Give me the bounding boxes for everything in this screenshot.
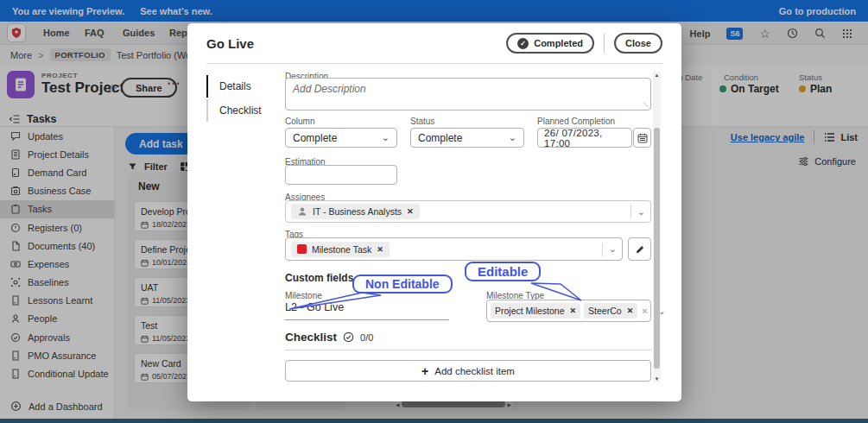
- assignees-field[interactable]: IT - Business Analysts ✕ ⌄: [285, 200, 651, 223]
- milestone-label: Milestone: [285, 291, 322, 300]
- editable-annotation: Editable: [465, 262, 541, 281]
- remove-chip-icon[interactable]: ✕: [570, 306, 577, 315]
- dialog-scrollbar[interactable]: ▲ ▼: [653, 72, 661, 382]
- chevron-down-icon[interactable]: ⌄: [637, 206, 645, 218]
- tag-chip[interactable]: Milestone Task ✕: [291, 242, 390, 257]
- milestone-type-chip[interactable]: SteerCo ✕: [584, 303, 637, 319]
- task-dialog: Go Live ✓ Completed Close Details Checkl…: [187, 23, 681, 401]
- remove-chip-icon[interactable]: ✕: [407, 207, 414, 216]
- scroll-up-icon[interactable]: ▲: [653, 73, 661, 78]
- completed-button[interactable]: ✓ Completed: [506, 33, 594, 54]
- edit-tags-button[interactable]: [628, 237, 651, 261]
- milestone-value: L2 - Go Live: [285, 301, 449, 320]
- calendar-icon: [637, 133, 648, 143]
- divider: [604, 34, 605, 53]
- description-textarea[interactable]: [285, 78, 651, 110]
- non-editable-annotation: Non Editable: [352, 275, 453, 294]
- planned-completion-label: Planned Completion: [537, 117, 615, 126]
- pencil-icon: [635, 244, 645, 255]
- divider: [602, 243, 603, 256]
- dialog-actions: ✓ Completed Close: [506, 33, 662, 54]
- status-field-label: Status: [410, 117, 434, 126]
- date-picker-button[interactable]: [633, 128, 651, 148]
- column-label: Column: [285, 117, 314, 126]
- chevron-down-icon: ⌄: [382, 132, 390, 143]
- tab-details[interactable]: Details: [206, 75, 282, 98]
- chevron-down-icon[interactable]: ⌄: [609, 243, 617, 255]
- tab-checklist[interactable]: Checklist: [206, 99, 282, 122]
- divider: [285, 350, 651, 350]
- tags-field[interactable]: Milestone Task ✕ ⌄: [285, 237, 623, 261]
- resize-handle-icon[interactable]: ⟋: [643, 101, 649, 110]
- milestone-type-field[interactable]: Project Milestone ✕ SteerCo ✕ ✕ ⌄: [486, 300, 651, 322]
- checklist-count: 0/0: [360, 332, 373, 343]
- column-select[interactable]: Complete⌄: [285, 128, 397, 148]
- dialog-scroll-thumb[interactable]: [654, 128, 660, 369]
- scroll-down-icon[interactable]: ▼: [653, 376, 661, 382]
- clear-all-icon[interactable]: ✕: [641, 306, 648, 316]
- estimation-input[interactable]: [285, 165, 397, 185]
- completed-check-icon: ✓: [517, 38, 529, 49]
- screen: You are viewing Preview. See what's new.…: [0, 0, 868, 423]
- checklist-check-circle-icon: [343, 331, 354, 343]
- divider: [630, 205, 631, 218]
- dialog-title: Go Live: [206, 36, 254, 51]
- close-button[interactable]: Close: [614, 33, 662, 54]
- milestone-type-chip[interactable]: Project Milestone ✕: [491, 303, 580, 319]
- dialog-header: Go Live ✓ Completed Close: [206, 23, 662, 64]
- assignee-chip[interactable]: IT - Business Analysts ✕: [291, 204, 420, 219]
- remove-chip-icon[interactable]: ✕: [377, 245, 383, 254]
- add-checklist-item-button[interactable]: + Add checklist item: [285, 360, 651, 382]
- chevron-down-icon: ⌄: [509, 132, 516, 143]
- remove-chip-icon[interactable]: ✕: [627, 306, 634, 315]
- custom-fields-heading: Custom fields: [285, 272, 353, 284]
- tag-color-swatch: [297, 244, 307, 254]
- status-select[interactable]: Complete⌄: [410, 128, 524, 148]
- person-icon: [297, 206, 307, 217]
- planned-completion-input[interactable]: 26/ 07/2023, 17:00: [537, 128, 632, 148]
- checklist-heading: Checklist 0/0: [285, 331, 373, 344]
- plus-icon: +: [421, 364, 428, 378]
